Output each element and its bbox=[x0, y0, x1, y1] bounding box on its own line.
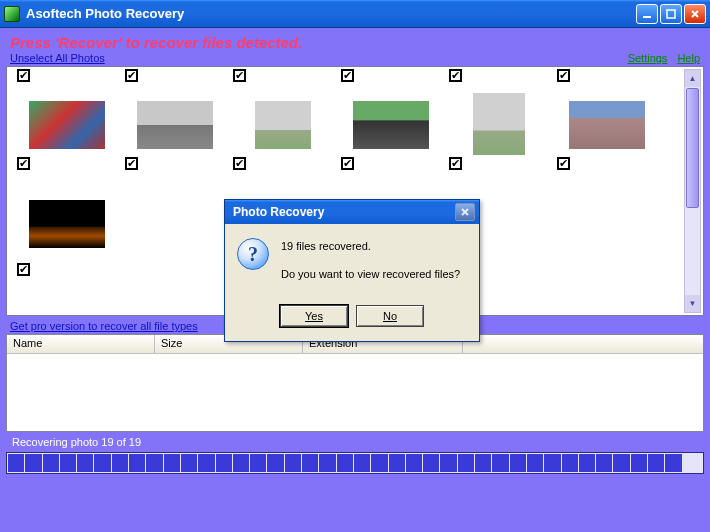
close-button[interactable] bbox=[684, 4, 706, 24]
maximize-button[interactable] bbox=[660, 4, 682, 24]
thumb-cell[interactable]: ✔ ✔ bbox=[443, 69, 551, 174]
thumbnail-image bbox=[353, 101, 429, 149]
thumb-cell[interactable]: ✔ ✔ bbox=[227, 69, 335, 174]
progress-segment bbox=[181, 454, 197, 472]
checkbox-icon[interactable]: ✔ bbox=[341, 69, 354, 82]
progress-segment bbox=[164, 454, 180, 472]
scroll-track[interactable] bbox=[685, 88, 700, 294]
instruction-text: Press 'Recover' to recover files detecte… bbox=[10, 34, 704, 51]
dialog-title: Photo Recovery bbox=[233, 205, 455, 219]
checkbox-icon[interactable]: ✔ bbox=[125, 157, 138, 170]
progress-segment bbox=[77, 454, 93, 472]
thumbnail-image bbox=[29, 101, 105, 149]
svg-rect-1 bbox=[667, 10, 675, 18]
progress-segment bbox=[129, 454, 145, 472]
checkbox-icon[interactable]: ✔ bbox=[557, 69, 570, 82]
progress-segment bbox=[458, 454, 474, 472]
thumbnail-image bbox=[569, 101, 645, 149]
progress-segment bbox=[544, 454, 560, 472]
progress-segment bbox=[423, 454, 439, 472]
progress-segment bbox=[492, 454, 508, 472]
progress-segment bbox=[683, 454, 699, 472]
progress-segment bbox=[8, 454, 24, 472]
scroll-down-arrow[interactable]: ▼ bbox=[685, 295, 700, 312]
scroll-up-arrow[interactable]: ▲ bbox=[685, 70, 700, 87]
progress-segment bbox=[146, 454, 162, 472]
status-text: Recovering photo 19 of 19 bbox=[12, 436, 702, 448]
progress-segment bbox=[337, 454, 353, 472]
checkbox-icon[interactable]: ✔ bbox=[17, 69, 30, 82]
window-title: Asoftech Photo Recovery bbox=[26, 6, 636, 21]
progress-segment bbox=[233, 454, 249, 472]
checkbox-icon[interactable]: ✔ bbox=[449, 157, 462, 170]
checkbox-icon[interactable]: ✔ bbox=[233, 69, 246, 82]
progress-segment bbox=[579, 454, 595, 472]
progress-segment bbox=[406, 454, 422, 472]
progress-segment bbox=[285, 454, 301, 472]
settings-link[interactable]: Settings bbox=[628, 52, 668, 64]
checkbox-icon[interactable]: ✔ bbox=[233, 157, 246, 170]
progress-segment bbox=[440, 454, 456, 472]
progress-segment bbox=[354, 454, 370, 472]
thumb-cell[interactable]: ✔ ✔ bbox=[119, 69, 227, 174]
svg-rect-0 bbox=[643, 16, 651, 18]
checkbox-icon[interactable]: ✔ bbox=[17, 263, 30, 276]
thumb-cell[interactable]: ✔ ✔ bbox=[551, 69, 659, 174]
checkbox-icon[interactable]: ✔ bbox=[125, 69, 138, 82]
progress-bar bbox=[6, 452, 704, 474]
checkbox-icon[interactable]: ✔ bbox=[557, 157, 570, 170]
progress-segment bbox=[25, 454, 41, 472]
checkbox-icon[interactable]: ✔ bbox=[17, 157, 30, 170]
progress-segment bbox=[198, 454, 214, 472]
dialog: Photo Recovery ? 19 files recovered. Do … bbox=[224, 199, 480, 342]
progress-segment bbox=[94, 454, 110, 472]
progress-segment bbox=[562, 454, 578, 472]
file-table: Name Size Extension bbox=[6, 334, 704, 432]
titlebar: Asoftech Photo Recovery bbox=[0, 0, 710, 28]
column-spacer bbox=[463, 335, 703, 353]
progress-segment bbox=[475, 454, 491, 472]
thumb-cell[interactable]: ✔ bbox=[11, 174, 119, 294]
dialog-line1: 19 files recovered. bbox=[281, 238, 460, 256]
progress-segment bbox=[665, 454, 681, 472]
progress-segment bbox=[250, 454, 266, 472]
progress-segment bbox=[216, 454, 232, 472]
minimize-button[interactable] bbox=[636, 4, 658, 24]
dialog-titlebar: Photo Recovery bbox=[225, 200, 479, 224]
checkbox-icon[interactable]: ✔ bbox=[449, 69, 462, 82]
progress-segment bbox=[527, 454, 543, 472]
progress-segment bbox=[60, 454, 76, 472]
scrollbar[interactable]: ▲ ▼ bbox=[684, 69, 701, 313]
progress-segment bbox=[631, 454, 647, 472]
thumb-cell[interactable]: ✔ ✔ bbox=[335, 69, 443, 174]
progress-segment bbox=[510, 454, 526, 472]
progress-segment bbox=[648, 454, 664, 472]
no-button[interactable]: No bbox=[356, 305, 424, 327]
column-name[interactable]: Name bbox=[7, 335, 155, 353]
help-link[interactable]: Help bbox=[677, 52, 700, 64]
progress-segment bbox=[302, 454, 318, 472]
progress-segment bbox=[613, 454, 629, 472]
thumb-cell[interactable]: ✔ ✔ bbox=[11, 69, 119, 174]
yes-button[interactable]: Yes bbox=[280, 305, 348, 327]
thumbnail-image bbox=[255, 101, 311, 149]
thumbnail-image bbox=[29, 200, 105, 248]
progress-segment bbox=[371, 454, 387, 472]
thumbnail-image bbox=[473, 93, 525, 155]
question-icon: ? bbox=[237, 238, 269, 270]
progress-segment bbox=[112, 454, 128, 472]
dialog-line2: Do you want to view recovered files? bbox=[281, 266, 460, 284]
progress-segment bbox=[319, 454, 335, 472]
dialog-close-button[interactable] bbox=[455, 203, 475, 221]
thumbnail-image bbox=[137, 101, 213, 149]
pro-version-link[interactable]: Get pro version to recover all file type… bbox=[10, 320, 198, 332]
checkbox-icon[interactable]: ✔ bbox=[341, 157, 354, 170]
dialog-message: 19 files recovered. Do you want to view … bbox=[281, 238, 460, 293]
scroll-thumb[interactable] bbox=[686, 88, 699, 208]
progress-segment bbox=[596, 454, 612, 472]
progress-segment bbox=[267, 454, 283, 472]
progress-segment bbox=[389, 454, 405, 472]
progress-segment bbox=[43, 454, 59, 472]
app-icon bbox=[4, 6, 20, 22]
unselect-all-link[interactable]: Unselect All Photos bbox=[10, 52, 105, 64]
